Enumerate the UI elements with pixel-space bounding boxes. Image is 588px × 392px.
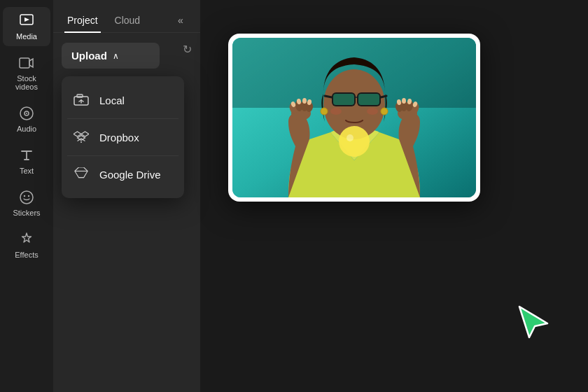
svg-point-6: [20, 191, 33, 204]
sidebar-item-stock-videos[interactable]: Stock videos: [3, 49, 50, 97]
panel-body: ↻ Upload ∧: [53, 33, 200, 78]
svg-rect-2: [20, 58, 29, 68]
tab-project[interactable]: Project: [64, 9, 101, 33]
dropdown-item-google-drive[interactable]: Google Drive: [62, 156, 184, 192]
sidebar-item-audio[interactable]: Audio: [3, 99, 50, 139]
sidebar-item-effects-label: Effects: [15, 251, 38, 259]
photo-inner: [232, 38, 476, 197]
audio-icon: [18, 105, 35, 122]
text-icon: [18, 147, 35, 164]
photo-illustration: [232, 38, 476, 197]
svg-line-23: [381, 96, 386, 97]
local-icon: [73, 92, 90, 108]
upload-label: Upload: [71, 50, 107, 62]
dropdown-item-local[interactable]: Local: [62, 82, 184, 118]
stickers-icon: [18, 189, 35, 206]
dropdown-item-dropbox[interactable]: Dropbox: [62, 119, 184, 155]
upload-dropdown: Local Dropbox: [62, 76, 184, 198]
svg-point-28: [330, 108, 342, 115]
google-drive-icon: [73, 166, 90, 183]
svg-point-26: [339, 126, 370, 157]
collapse-panel-button[interactable]: «: [172, 12, 189, 29]
svg-point-7: [24, 195, 25, 197]
sidebar-item-stock-label: Stock videos: [6, 74, 48, 91]
dropbox-icon: [73, 129, 90, 146]
sidebar: Media Stock videos Audio Text: [0, 0, 53, 392]
svg-point-5: [26, 113, 27, 114]
svg-point-14: [80, 141, 82, 143]
sidebar-item-effects[interactable]: Effects: [3, 225, 50, 265]
sidebar-item-stickers-label: Stickers: [13, 209, 40, 217]
effects-icon: [18, 231, 35, 248]
svg-marker-1: [24, 18, 29, 22]
svg-line-22: [325, 96, 332, 97]
sidebar-item-text[interactable]: Text: [3, 141, 50, 181]
dropbox-label: Dropbox: [99, 132, 139, 144]
svg-point-29: [367, 108, 378, 115]
main-panel: Project Cloud « ↻ Upload ∧: [53, 0, 200, 392]
sidebar-item-media[interactable]: Media: [3, 7, 50, 46]
svg-point-48: [402, 98, 406, 104]
svg-rect-10: [77, 94, 83, 97]
sidebar-item-text-label: Text: [20, 167, 34, 175]
svg-point-31: [381, 108, 388, 115]
upload-caret-icon: ∧: [113, 51, 119, 61]
svg-rect-25: [358, 94, 379, 105]
upload-button[interactable]: Upload ∧: [62, 43, 160, 69]
svg-point-44: [302, 98, 307, 104]
cursor-arrow: [514, 301, 553, 343]
sidebar-item-audio-label: Audio: [17, 125, 36, 133]
tab-cloud[interactable]: Cloud: [112, 9, 144, 33]
media-icon: [18, 13, 35, 29]
svg-point-8: [28, 195, 29, 197]
stock-videos-icon: [18, 55, 35, 71]
sidebar-item-media-label: Media: [16, 32, 37, 41]
google-drive-label: Google Drive: [99, 169, 161, 181]
sidebar-item-stickers[interactable]: Stickers: [3, 183, 50, 223]
right-area: [200, 0, 588, 392]
local-label: Local: [99, 94, 125, 106]
photo-card: [228, 34, 480, 202]
svg-point-30: [321, 108, 328, 115]
upload-button-wrap: Upload ∧ Local: [62, 43, 192, 69]
svg-rect-24: [333, 94, 354, 105]
tabs-bar: Project Cloud «: [53, 0, 200, 33]
svg-point-27: [346, 134, 354, 141]
